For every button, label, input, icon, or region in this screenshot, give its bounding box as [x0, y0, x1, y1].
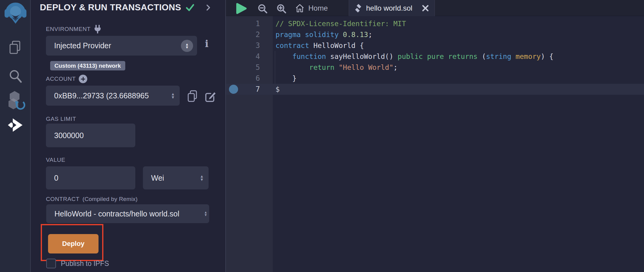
tab-home-label: Home: [308, 4, 328, 12]
environment-select[interactable]: Injected Provider ▲▼: [46, 36, 197, 56]
deploy-and-run-icon: [7, 117, 24, 134]
zoom-out-icon[interactable]: [257, 3, 268, 14]
code-lines[interactable]: // SPDX-License-Identifier: MITpragma so…: [275, 18, 553, 95]
environment-select-arrows-icon: ▲▼: [181, 40, 193, 52]
value-unit: Wei: [143, 174, 164, 182]
plug-icon: [94, 25, 102, 33]
account-select[interactable]: 0xBB9...29733 (23.6688965 ▲▼: [46, 86, 180, 106]
sidebar-item-file-explorer[interactable]: [0, 40, 31, 55]
deploy-button[interactable]: Deploy: [48, 234, 99, 253]
copy-account-icon[interactable]: [187, 90, 198, 103]
editor-tab-bar: Home hello world.sol: [226, 0, 644, 16]
sidebar-item-solidity-compiler[interactable]: [0, 90, 31, 110]
account-selected-value: 0xBB9...29733 (23.6688965: [46, 91, 149, 100]
gas-limit-label: GAS LIMIT: [46, 116, 76, 122]
solidity-file-icon: [355, 4, 362, 13]
contract-select-arrows-icon: ▲▼: [204, 211, 207, 216]
account-label: ACCOUNT: [46, 75, 87, 83]
tab-home[interactable]: Home: [291, 0, 331, 16]
code-editor: Home hello world.sol 1234567 // SPDX-Lic…: [225, 0, 644, 272]
value-unit-arrows-icon: ▲▼: [200, 175, 204, 181]
value-input[interactable]: 0: [46, 166, 135, 189]
contract-selected-value: HelloWorld - contracts/hello world.sol: [46, 209, 179, 218]
remix-logo-icon: [4, 2, 27, 25]
sidebar-item-deploy-and-run[interactable]: [0, 117, 31, 134]
network-badge: Custom (43113) network: [50, 61, 125, 70]
zoom-in-icon[interactable]: [276, 3, 287, 14]
publish-to-ipfs-checkbox[interactable]: [46, 259, 56, 268]
panel-collapse-chevron-icon[interactable]: [206, 4, 211, 12]
home-icon: [295, 3, 305, 13]
solidity-compiler-icon: [5, 90, 26, 110]
environment-selected-value: Injected Provider: [46, 41, 111, 50]
search-icon: [8, 69, 23, 84]
close-tab-icon[interactable]: [422, 5, 429, 12]
value-unit-select[interactable]: Wei ▲▼: [143, 166, 209, 189]
annotation-highlight-box: Deploy: [41, 224, 103, 261]
remix-logo[interactable]: [0, 2, 31, 25]
gas-limit-value: 3000000: [46, 131, 84, 140]
add-account-icon[interactable]: [79, 75, 87, 83]
sidebar-item-search[interactable]: [0, 69, 31, 84]
tab-hello-world-sol-label: hello world.sol: [366, 4, 412, 12]
environment-label: ENVIRONMENT: [46, 25, 102, 33]
contract-note: (Compiled by Remix): [82, 196, 137, 202]
contract-label: CONTRACT (Compiled by Remix): [46, 196, 138, 202]
publish-to-ipfs-label: Publish to IPFS: [61, 260, 109, 268]
file-explorer-icon: [8, 40, 23, 55]
edit-account-icon[interactable]: [205, 90, 217, 103]
icon-sidebar: [0, 0, 31, 272]
line-numbers: 1234567: [226, 18, 260, 95]
compiled-check-icon: [185, 4, 195, 12]
tab-hello-world-sol[interactable]: hello world.sol: [349, 0, 435, 16]
indent-guide: [275, 51, 275, 84]
run-script-icon[interactable]: [235, 2, 248, 15]
gas-limit-input[interactable]: 3000000: [46, 124, 135, 147]
value-label: VALUE: [46, 157, 65, 163]
deploy-run-panel: DEPLOY & RUN TRANSACTIONS ENVIRONMENT In…: [31, 0, 224, 272]
environment-info-icon[interactable]: i: [205, 38, 209, 49]
publish-to-ipfs-row: Publish to IPFS: [46, 259, 109, 268]
code-area[interactable]: 1234567 // SPDX-License-Identifier: MITp…: [226, 16, 644, 272]
account-select-arrows-icon: ▲▼: [171, 92, 175, 99]
panel-title: DEPLOY & RUN TRANSACTIONS: [40, 2, 181, 12]
contract-select[interactable]: HelloWorld - contracts/hello world.sol ▲…: [46, 204, 209, 223]
value-amount: 0: [46, 174, 58, 182]
